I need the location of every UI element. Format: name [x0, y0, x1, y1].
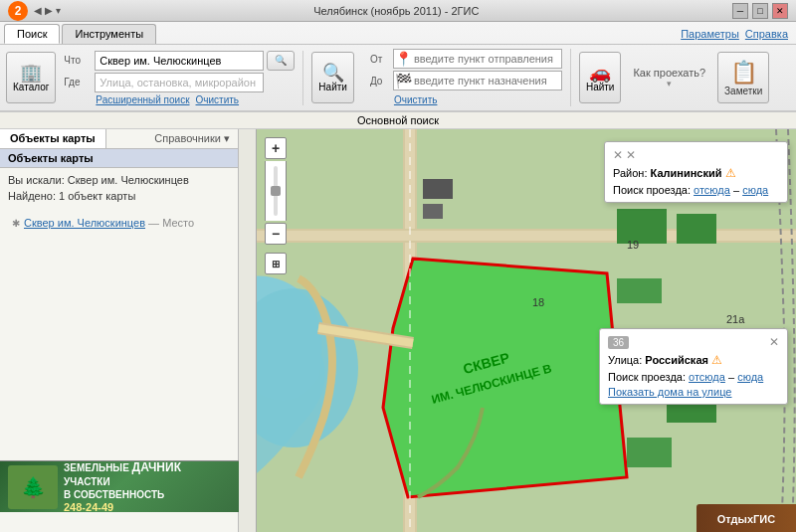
to-row: До 🏁 — [370, 71, 562, 90]
find-icon: 🔍 — [322, 64, 344, 82]
route-find-button[interactable]: 🚗 Найти — [579, 52, 622, 103]
district-value: Калининский — [651, 167, 722, 179]
titlebar: 2 ◀ ▶ ▾ Челябинск (ноябрь 2011) - 2ГИС ─… — [0, 0, 796, 22]
district-dash: – — [733, 184, 742, 196]
otdyh-badge[interactable]: ОтдыхГИС — [696, 504, 796, 532]
otdyh-label: ОтдыхГИС — [717, 513, 775, 525]
ad-text-block: ЗЕМЕЛЬНЫЕ ДАЧНИК УЧАСТКИ В СОБСТВЕННОСТЬ… — [64, 460, 181, 512]
result-name-0: Сквер им. Челюскинцев — Место — [24, 217, 194, 229]
result-type-0: — Место — [148, 217, 194, 229]
street-popup-header: 36 ✕ — [608, 335, 779, 349]
district-to-link[interactable]: сюда — [742, 184, 768, 196]
ribbon: Поиск Инструменты Параметры Справка 🏢 Ка… — [0, 22, 796, 112]
maximize-button[interactable]: □ — [752, 3, 768, 19]
street-info: Улица: Российская ⚠ — [608, 353, 779, 367]
advanced-search-link[interactable]: Расширенный поиск — [96, 94, 189, 105]
to-icon: 🏁 — [395, 73, 412, 89]
from-input[interactable] — [393, 49, 562, 69]
ad-image: 🌲 — [8, 465, 58, 509]
zoom-track — [274, 166, 278, 216]
find-button[interactable]: 🔍 Найти — [311, 52, 354, 103]
find-label: Найти — [318, 82, 347, 92]
how-section: Как проехать? ▾ — [629, 67, 709, 89]
route-icon: 🚗 — [589, 64, 611, 82]
district-popup-close[interactable]: ✕ ✕ — [613, 148, 636, 162]
district-from-link[interactable]: отсюда — [694, 184, 730, 196]
tab-tools[interactable]: Инструменты — [62, 24, 156, 44]
from-icon: 📍 — [395, 51, 412, 67]
layers-button[interactable]: ⊞ — [265, 253, 287, 274]
from-label: От — [370, 54, 390, 65]
district-route-label: Поиск проезда: — [613, 184, 691, 196]
minimize-button[interactable]: ─ — [732, 3, 748, 19]
route-group: От 📍 До 🏁 Очистить — [362, 49, 571, 106]
search-icon-btn[interactable]: 🔍 — [267, 51, 295, 71]
street-number-badge: 36 — [608, 336, 629, 349]
street-popup-close[interactable]: ✕ — [769, 335, 779, 349]
from-row: От 📍 — [370, 49, 562, 69]
show-houses-link[interactable]: Показать дома на улице — [608, 386, 731, 398]
objects-tab[interactable]: Объекты карты — [0, 129, 106, 148]
search-subbar: Основной поиск — [0, 112, 796, 129]
found-count-text: Найдено: 1 объект карты — [8, 190, 230, 202]
ad-line3: В СОБСТВЕННОСТЬ — [64, 488, 181, 501]
result-item-0[interactable]: ✱ Сквер им. Челюскинцев — Место — [8, 214, 230, 232]
help-button[interactable]: Справка — [745, 28, 788, 40]
street-label: Улица: — [608, 354, 642, 366]
district-route-info: Поиск проезда: отсюда – сюда — [613, 184, 779, 196]
window-controls: ─ □ ✕ — [732, 3, 788, 19]
street-dash: – — [728, 371, 737, 383]
notes-label: Заметки — [724, 86, 762, 96]
close-button[interactable]: ✕ — [772, 3, 788, 19]
map-area[interactable]: СКВЕР ИМ. ЧЕЛЮСКИНЦЕ В 19 18 21 21а 21в … — [239, 129, 796, 532]
params-button[interactable]: Параметры — [681, 28, 739, 40]
route-find-label: Найти — [586, 82, 615, 92]
catalog-button[interactable]: 🏢 Каталог — [6, 52, 56, 103]
top-right-buttons: Параметры Справка — [681, 28, 788, 40]
svg-rect-10 — [677, 214, 716, 244]
search-icon: 🔍 — [275, 55, 287, 66]
zoom-slider[interactable] — [265, 161, 287, 221]
panel-title: Объекты карты — [0, 149, 238, 168]
spacer — [265, 247, 287, 251]
what-label: Что — [64, 55, 92, 66]
street-popup: 36 ✕ Улица: Российская ⚠ Поиск проезда: … — [599, 328, 788, 405]
how-to-drive-label[interactable]: Как проехать? — [633, 67, 705, 79]
district-popup-header: ✕ ✕ — [613, 148, 779, 162]
zoom-in-button[interactable]: + — [265, 137, 287, 159]
street-value: Российская — [645, 354, 708, 366]
ribbon-tabs: Поиск Инструменты Параметры Справка — [0, 22, 796, 45]
clear-search-link[interactable]: Очистить — [196, 94, 240, 105]
zoom-out-button[interactable]: − — [265, 223, 287, 245]
search-group: Что 🔍 Где Расширенный поиск Очистить — [64, 51, 303, 105]
result-link-0[interactable]: Сквер им. Челюскинцев — [24, 217, 145, 229]
titlebar-left: 2 ◀ ▶ ▾ — [8, 1, 61, 21]
ad-line1: ЗЕМЕЛЬНЫЕ ДАЧНИК — [64, 460, 181, 475]
to-input[interactable] — [393, 71, 562, 90]
panel-tabs: Объекты карты Справочники ▾ — [0, 129, 238, 149]
catalog-label: Каталог — [13, 82, 49, 92]
ad-tree-icon: 🌲 — [21, 475, 46, 499]
zoom-handle — [271, 186, 281, 196]
tab-search[interactable]: Поиск — [4, 24, 60, 44]
street-show-houses: Показать дома на улице — [608, 386, 779, 398]
window-controls-left[interactable]: ◀ ▶ ▾ — [34, 5, 61, 16]
search-query-text: Вы искали: Сквер им. Челюскинцев — [8, 174, 230, 186]
street-route-info: Поиск проезда: отсюда – сюда — [608, 371, 779, 383]
street-from-link[interactable]: отсюда — [689, 371, 725, 383]
catalog-icon: 🏢 — [20, 64, 42, 82]
what-input[interactable] — [95, 51, 264, 71]
reference-tab[interactable]: Справочники ▾ — [146, 129, 238, 148]
where-row: Где — [64, 73, 264, 92]
svg-text:19: 19 — [627, 239, 639, 251]
to-label: До — [370, 76, 390, 87]
street-to-link[interactable]: сюда — [737, 371, 763, 383]
where-label: Где — [64, 77, 92, 88]
expand-icon: ▾ — [667, 79, 672, 89]
district-warning-icon: ⚠ — [725, 166, 736, 180]
clear-route-btn[interactable]: Очистить — [394, 94, 438, 105]
where-input[interactable] — [95, 73, 264, 92]
street-warning-icon: ⚠ — [711, 353, 722, 367]
ad-banner[interactable]: 🌲 ЗЕМЕЛЬНЫЕ ДАЧНИК УЧАСТКИ В СОБСТВЕННОС… — [0, 460, 239, 512]
notes-button[interactable]: 📋 Заметки — [717, 52, 769, 103]
